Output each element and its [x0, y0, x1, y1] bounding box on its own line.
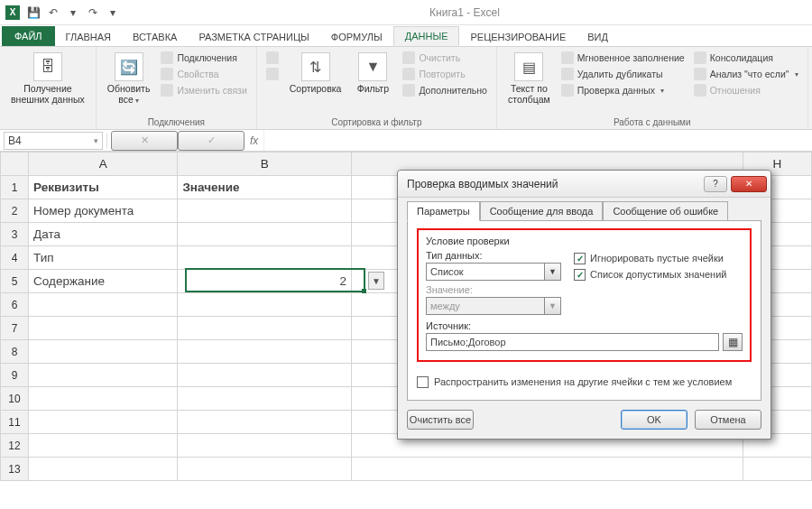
propagate-checkbox[interactable]: Распространить изменения на другие ячейк…	[417, 376, 752, 388]
dialog-titlebar[interactable]: Проверка вводимых значений ? ✕	[398, 171, 770, 198]
select-all-corner[interactable]	[1, 153, 29, 176]
row-header[interactable]: 2	[1, 199, 29, 223]
col-header-B[interactable]: B	[178, 153, 352, 176]
name-box[interactable]: B4▾	[4, 132, 103, 150]
edit-links-icon	[161, 84, 173, 97]
row-header[interactable]: 10	[1, 387, 29, 411]
flash-fill-button[interactable]: Мгновенное заполнение	[559, 51, 687, 65]
cancel-formula-icon: ✕	[111, 131, 178, 151]
type-combo[interactable]: Список▼	[426, 263, 561, 281]
col-header-A[interactable]: A	[29, 153, 178, 176]
row-header[interactable]: 5	[1, 270, 29, 293]
value-label: Значение:	[426, 284, 743, 295]
properties-icon	[161, 68, 173, 80]
text-to-columns-button[interactable]: ▤ Текст по столбцам	[504, 51, 554, 106]
remove-duplicates-button[interactable]: Удалить дубликаты	[559, 67, 687, 81]
clear-filter-button[interactable]: Очистить	[401, 51, 489, 65]
validation-criteria-fieldset: Условие проверки Тип данных: Список▼ ✓Иг…	[417, 228, 752, 362]
tab-insert[interactable]: ВСТАВКА	[122, 28, 188, 46]
fx-icon[interactable]: fx	[245, 134, 263, 147]
cell[interactable]: Тип	[29, 246, 178, 270]
data-validation-dialog: Проверка вводимых значений ? ✕ Параметры…	[397, 170, 771, 440]
source-label: Источник:	[426, 320, 743, 331]
remove-dup-icon	[561, 68, 574, 80]
in-cell-dropdown-checkbox[interactable]: ✓Список допустимых значений	[574, 269, 726, 281]
tab-data[interactable]: ДАННЫЕ	[393, 26, 460, 46]
row-header[interactable]: 4	[1, 246, 29, 270]
edit-links-button[interactable]: Изменить связи	[159, 83, 248, 97]
row-header[interactable]: 1	[1, 176, 29, 199]
cell[interactable]: Реквизиты	[29, 176, 178, 199]
row-header[interactable]: 9	[1, 364, 29, 387]
cell[interactable]	[178, 223, 352, 246]
sort-button[interactable]: ⇅ Сортировка	[286, 51, 346, 96]
ok-button[interactable]: OK	[621, 410, 687, 430]
tab-parameters[interactable]: Параметры	[407, 201, 480, 221]
row-header[interactable]: 11	[1, 411, 29, 434]
relationships-icon	[694, 84, 706, 97]
tab-layout[interactable]: РАЗМЕТКА СТРАНИЦЫ	[188, 28, 319, 46]
row-header[interactable]: 6	[1, 293, 29, 317]
save-icon[interactable]: 💾	[23, 3, 43, 23]
sort-icon: ⇅	[301, 52, 330, 81]
consolidate-button[interactable]: Консолидация	[692, 51, 800, 65]
cell[interactable]: Значение	[178, 176, 352, 199]
range-picker-icon[interactable]: ▦	[723, 333, 743, 351]
redo-icon[interactable]: ↷	[83, 3, 103, 23]
tab-view[interactable]: ВИД	[577, 28, 619, 46]
active-cell[interactable]	[178, 246, 352, 270]
cell[interactable]: Содержание	[29, 270, 178, 293]
row-header[interactable]: 13	[1, 458, 29, 481]
relationships-button[interactable]: Отношения	[692, 83, 800, 97]
filter-button[interactable]: ▼ Фильтр	[350, 51, 395, 96]
cell[interactable]	[178, 199, 352, 223]
cell[interactable]: Дата	[29, 223, 178, 246]
filter-icon: ▼	[358, 52, 387, 81]
sort-asc-button[interactable]	[264, 51, 281, 65]
ignore-blank-checkbox[interactable]: ✓Игнорировать пустые ячейки	[574, 253, 726, 264]
formula-input[interactable]	[263, 130, 812, 151]
value-combo: между▼	[426, 297, 561, 315]
row-header[interactable]: 12	[1, 434, 29, 458]
data-validation-button[interactable]: Проверка данных▾	[559, 83, 687, 97]
tab-input-message[interactable]: Сообщение для ввода	[480, 201, 604, 221]
group-label: Сортировка и фильтр	[264, 116, 489, 127]
ribbon: 🗄 Получение внешних данных 🔄 Обновить вс…	[0, 47, 812, 130]
tab-home[interactable]: ГЛАВНАЯ	[55, 28, 122, 46]
cancel-button[interactable]: Отмена	[695, 410, 761, 430]
row-header[interactable]: 3	[1, 223, 29, 246]
advanced-icon	[402, 84, 415, 97]
cell[interactable]: Номер документа	[29, 199, 178, 223]
reapply-button[interactable]: Повторить	[401, 67, 489, 81]
sort-asc-icon	[266, 51, 279, 64]
text-columns-icon: ▤	[514, 52, 543, 81]
window-title: Книга1 - Excel	[123, 6, 807, 19]
undo-icon[interactable]: ↶	[43, 3, 63, 23]
row-header[interactable]: 8	[1, 340, 29, 364]
chevron-down-icon: ▼	[544, 298, 560, 314]
close-button[interactable]: ✕	[731, 176, 767, 192]
tab-review[interactable]: РЕЦЕНЗИРОВАНИЕ	[459, 28, 577, 46]
whatif-icon	[694, 68, 706, 80]
get-external-data-button[interactable]: 🗄 Получение внешних данных	[7, 51, 88, 106]
qat-more-icon[interactable]: ▾	[63, 3, 83, 23]
clear-all-button[interactable]: Очистить все	[407, 410, 474, 430]
advanced-filter-button[interactable]: Дополнительно	[401, 83, 489, 97]
tab-file[interactable]: ФАЙЛ	[2, 26, 55, 46]
help-button[interactable]: ?	[704, 176, 727, 192]
title-bar: X 💾 ↶ ▾ ↷ ▾ Книга1 - Excel	[0, 0, 812, 25]
properties-button[interactable]: Свойства	[159, 67, 248, 81]
connections-button[interactable]: Подключения	[159, 51, 248, 65]
sort-desc-button[interactable]	[264, 67, 281, 81]
formula-bar: B4▾ ✕ ✓ fx	[0, 130, 812, 152]
whatif-button[interactable]: Анализ "что если"▾	[692, 67, 800, 81]
tab-error-message[interactable]: Сообщение об ошибке	[603, 201, 728, 221]
cell[interactable]: 2	[178, 270, 352, 293]
flash-fill-icon	[561, 51, 574, 64]
validation-dropdown-icon[interactable]: ▼	[368, 272, 384, 290]
row-header[interactable]: 7	[1, 317, 29, 340]
qat-more-icon[interactable]: ▾	[103, 3, 123, 23]
refresh-all-button[interactable]: 🔄 Обновить все▾	[104, 51, 154, 106]
source-input[interactable]: Письмо;Договор	[426, 333, 719, 351]
tab-formulas[interactable]: ФОРМУЛЫ	[320, 28, 393, 46]
